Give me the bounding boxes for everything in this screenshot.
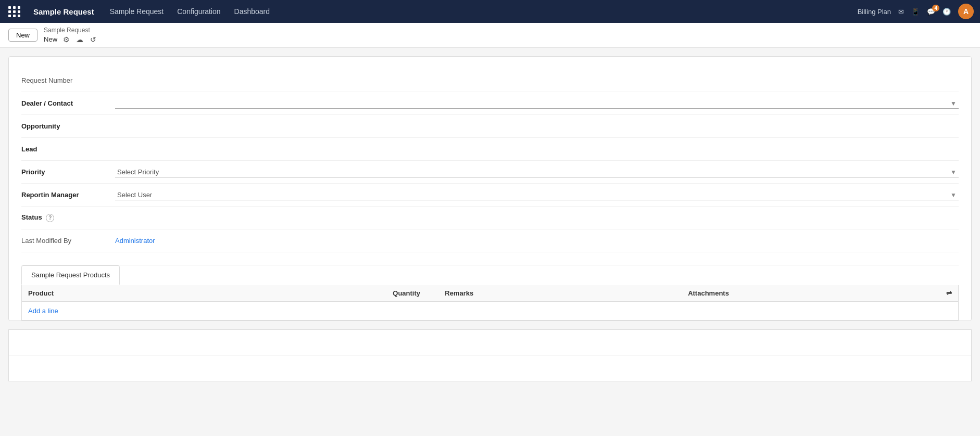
reporting-manager-label: Reportin Manager [21, 191, 115, 199]
tab-list: Sample Request Products [21, 265, 959, 285]
dealer-contact-input[interactable] [115, 98, 959, 109]
reporting-manager-select[interactable]: Select User [115, 190, 959, 200]
lead-row: Lead [21, 138, 959, 161]
dealer-contact-wrapper: ▼ [115, 98, 959, 109]
lead-label: Lead [21, 145, 115, 153]
reporting-manager-row: Reportin Manager Select User ▼ [21, 184, 959, 207]
table-area: Product Quantity Remarks Attachments ⇌ A… [21, 285, 959, 320]
new-button[interactable]: New [8, 29, 37, 42]
col-quantity-header: Quantity [393, 289, 445, 297]
status-help-icon[interactable]: ? [46, 214, 54, 222]
topbar: Sample Request Sample Request Configurat… [0, 0, 980, 23]
status-row: Status ? [21, 207, 959, 229]
dealer-contact-row: Dealer / Contact ▼ [21, 92, 959, 115]
table-header: Product Quantity Remarks Attachments ⇌ [22, 285, 958, 302]
request-number-label: Request Number [21, 76, 115, 84]
chat-icon[interactable]: 💬 4 [927, 8, 935, 16]
priority-row: Priority Select Priority Low Medium High… [21, 161, 959, 184]
breadcrumb-status: New [44, 35, 57, 43]
nav-configuration[interactable]: Configuration [172, 4, 225, 19]
app-title: Sample Request [33, 7, 94, 16]
dealer-contact-label: Dealer / Contact [21, 99, 115, 107]
chat-badge: 4 [932, 5, 939, 11]
last-modified-row: Last Modified By Administrator [21, 229, 959, 252]
apps-icon[interactable] [6, 4, 23, 19]
breadcrumb-title: Sample Request [44, 27, 98, 34]
topbar-nav: Sample Request Configuration Dashboard [105, 4, 275, 19]
last-modified-value: Administrator [115, 237, 959, 245]
gear-icon[interactable]: ⚙ [61, 35, 71, 44]
breadcrumb: Sample Request New ⚙ ☁ ↺ [44, 27, 98, 44]
opportunity-row: Opportunity [21, 115, 959, 138]
col-product-header: Product [28, 289, 393, 297]
tabs-area: Sample Request Products Product Quantity… [21, 265, 959, 320]
table-add-row: Add a line [22, 302, 958, 320]
main-content: Request Number Dealer / Contact ▼ Opport… [0, 48, 980, 390]
opportunity-label: Opportunity [21, 122, 115, 130]
col-actions-header: ⇌ [931, 289, 952, 297]
avatar[interactable]: A [958, 4, 974, 19]
bottom-section-1 [8, 329, 972, 355]
reporting-manager-wrapper: Select User ▼ [115, 190, 959, 200]
status-label: Status ? [21, 213, 115, 222]
col-remarks-header: Remarks [445, 289, 688, 297]
nav-dashboard[interactable]: Dashboard [229, 4, 275, 19]
refresh-icon[interactable]: ↺ [89, 35, 98, 44]
col-attachments-header: Attachments [688, 289, 931, 297]
topbar-right: Billing Plan ✉ 📱 💬 4 🕐 A [858, 4, 974, 19]
form-card: Request Number Dealer / Contact ▼ Opport… [8, 56, 972, 321]
subbar: New Sample Request New ⚙ ☁ ↺ [0, 23, 980, 48]
last-modified-link[interactable]: Administrator [115, 237, 155, 245]
priority-wrapper: Select Priority Low Medium High ▼ [115, 167, 959, 177]
tab-sample-request-products[interactable]: Sample Request Products [21, 265, 120, 285]
request-number-row: Request Number [21, 69, 959, 92]
whatsapp-icon[interactable]: 📱 [911, 8, 920, 16]
clock-icon[interactable]: 🕐 [943, 8, 951, 16]
priority-label: Priority [21, 168, 115, 176]
breadcrumb-status-row: New ⚙ ☁ ↺ [44, 35, 98, 44]
add-line-button[interactable]: Add a line [28, 307, 58, 315]
nav-sample-request[interactable]: Sample Request [105, 4, 169, 19]
cloud-upload-icon[interactable]: ☁ [75, 35, 84, 44]
last-modified-label: Last Modified By [21, 237, 115, 245]
priority-select[interactable]: Select Priority Low Medium High [115, 167, 959, 177]
mail-icon[interactable]: ✉ [898, 8, 904, 16]
bottom-section-2 [8, 355, 972, 381]
billing-plan-label: Billing Plan [858, 8, 891, 16]
